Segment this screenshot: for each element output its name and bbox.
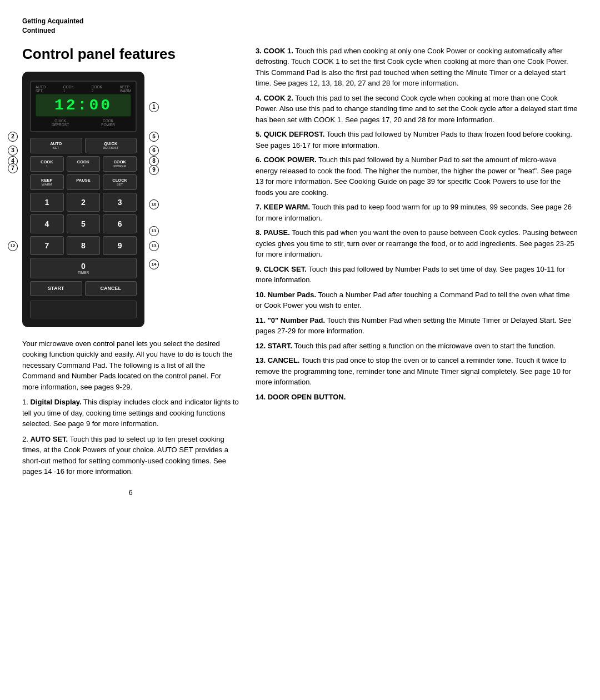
keep-warm-button[interactable]: KEEPWARM (30, 174, 64, 190)
callout-6: 6 (149, 146, 159, 156)
num-6-button[interactable]: 6 (103, 214, 137, 233)
callout-5: 5 (149, 132, 159, 142)
intro-paragraph: Your microwave oven control panel lets y… (22, 338, 239, 393)
callout-8: 8 (149, 156, 159, 166)
right-item-14: 14. DOOR OPEN BUTTON. (256, 392, 578, 403)
display-top-labels: AUTOSET COOK1 COOK2 KEEPWARM (36, 85, 131, 93)
button-row-3: KEEPWARM PAUSE CLOCKSET (30, 174, 137, 190)
microwave-body: AUTOSET COOK1 COOK2 KEEPWARM 12:00 QUICK… (22, 72, 144, 327)
door-open-area[interactable] (30, 301, 137, 318)
num-9-button[interactable]: 9 (103, 236, 137, 255)
right-item-11: 11. "0" Number Pad. Touch this Number Pa… (256, 315, 578, 337)
intro-section: Your microwave oven control panel lets y… (22, 338, 239, 477)
display-bottom-labels: QUICKDEFROST COOKPOWER (36, 119, 131, 127)
display-area: AUTOSET COOK1 COOK2 KEEPWARM 12:00 QUICK… (30, 81, 137, 132)
callout-1: 1 (149, 102, 159, 112)
num-2-button[interactable]: 2 (67, 193, 101, 212)
callout-10: 10 (149, 199, 159, 209)
callout-12: 12 (8, 241, 18, 251)
num-0-button[interactable]: 0TIMER (30, 258, 137, 278)
cook-power-button[interactable]: COOKPOWER (103, 156, 137, 172)
callout-2: 2 (8, 132, 18, 142)
right-item-5: 5. QUICK DEFROST. Touch this pad followe… (256, 129, 578, 151)
microwave-panel: AUTOSET COOK1 COOK2 KEEPWARM 12:00 QUICK… (22, 72, 144, 327)
right-item-12: 12. START. Touch this pad after setting … (256, 341, 578, 352)
cook2-button[interactable]: COOK2 (67, 156, 101, 172)
num-5-button[interactable]: 5 (67, 214, 101, 233)
bottom-button-row: START CANCEL (30, 281, 137, 296)
cook1-button[interactable]: COOK1 (30, 156, 64, 172)
right-item-4: 4. COOK 2. Touch this pad to set the sec… (256, 93, 578, 126)
page-title: Control panel features (22, 46, 239, 63)
callout-9: 9 (149, 165, 159, 175)
auto-set-button[interactable]: AUTOSET (30, 138, 82, 153)
pause-button[interactable]: PAUSE (67, 174, 101, 190)
num-4-button[interactable]: 4 (30, 214, 64, 233)
button-row-2: COOK1 COOK2 COOKPOWER (30, 156, 137, 172)
header-line2: Continued (22, 26, 578, 36)
num-0-wrapper: 0TIMER (30, 258, 137, 278)
right-item-10: 10. Number Pads. Touch a Number Pad afte… (256, 289, 578, 311)
right-item-13: 13. CANCEL. Touch this pad once to stop … (256, 355, 578, 388)
number-pad-grid: 1 2 3 4 5 6 7 8 9 (30, 193, 137, 255)
callout-11: 11 (149, 226, 159, 236)
callout-13: 13 (149, 241, 159, 251)
callout-14: 14 (149, 259, 159, 269)
right-item-list: 3. COOK 1. Touch this pad when cooking a… (256, 46, 578, 403)
start-button[interactable]: START (30, 281, 82, 296)
display-digits: 12:00 (36, 94, 131, 117)
list-item-1: 1. Digital Display. This display include… (22, 397, 239, 429)
left-item-list: 1. Digital Display. This display include… (22, 397, 239, 477)
num-3-button[interactable]: 3 (103, 193, 137, 212)
right-item-7: 7. KEEP WARM. Touch this pad to keep foo… (256, 202, 578, 223)
right-item-9: 9. CLOCK SET. Touch this pad followed by… (256, 264, 578, 286)
page-number: 6 (22, 488, 239, 497)
quick-defrost-button[interactable]: QUICKDEFROST (85, 138, 137, 153)
callout-7: 7 (8, 163, 18, 173)
right-column: 3. COOK 1. Touch this pad when cooking a… (256, 46, 578, 497)
header-line1: Getting Acquainted (22, 17, 578, 26)
button-row-1: AUTOSET QUICKDEFROST (30, 138, 137, 153)
num-1-button[interactable]: 1 (30, 193, 64, 212)
page-header: Getting Acquainted Continued (22, 17, 578, 36)
num-7-button[interactable]: 7 (30, 236, 64, 255)
clock-set-button[interactable]: CLOCKSET (103, 174, 137, 190)
cancel-button[interactable]: CANCEL (85, 281, 137, 296)
num-8-button[interactable]: 8 (67, 236, 101, 255)
right-item-6: 6. COOK POWER. Touch this pad followed b… (256, 154, 578, 198)
right-item-3: 3. COOK 1. Touch this pad when cooking a… (256, 46, 578, 89)
list-item-2: 2. AUTO SET. Touch this pad to select up… (22, 434, 239, 477)
callout-3: 3 (8, 146, 18, 156)
right-item-8: 8. PAUSE. Touch this pad when you want t… (256, 227, 578, 260)
